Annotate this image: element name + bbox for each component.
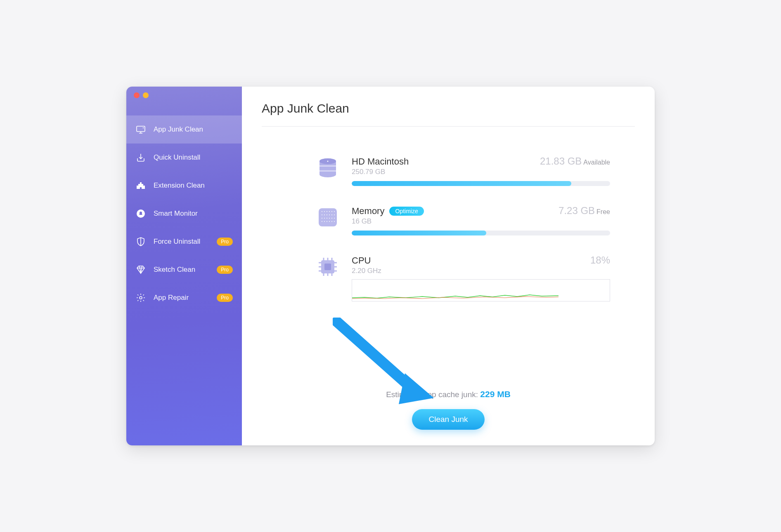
svg-point-21 bbox=[329, 214, 330, 215]
svg-point-23 bbox=[334, 214, 335, 215]
page-title: App Junk Clean bbox=[262, 101, 635, 115]
svg-point-26 bbox=[327, 218, 327, 219]
monitor-icon bbox=[135, 124, 146, 135]
svg-rect-9 bbox=[320, 170, 336, 172]
pro-badge: Pro bbox=[217, 294, 233, 302]
sidebar-item-smart-monitor[interactable]: Smart Monitor bbox=[126, 200, 242, 228]
memory-free-value: 7.23 GB bbox=[559, 205, 595, 216]
bell-icon bbox=[135, 208, 146, 219]
svg-point-27 bbox=[329, 218, 330, 219]
svg-point-32 bbox=[327, 221, 327, 222]
svg-point-30 bbox=[322, 221, 322, 222]
svg-point-1 bbox=[143, 127, 144, 128]
svg-point-3 bbox=[140, 297, 142, 299]
stats-section: HD Macintosh 250.79 GB 21.83 GBAvailable bbox=[262, 155, 635, 301]
svg-point-13 bbox=[324, 211, 325, 212]
svg-point-15 bbox=[329, 211, 330, 212]
svg-point-20 bbox=[327, 214, 327, 215]
cpu-title: CPU bbox=[352, 255, 381, 266]
sidebar-item-app-repair[interactable]: App Repair Pro bbox=[126, 284, 242, 312]
estimate-text: Estimated app cache junk: 229 MB bbox=[262, 389, 635, 399]
svg-point-28 bbox=[331, 218, 332, 219]
disk-row: HD Macintosh 250.79 GB 21.83 GBAvailable bbox=[315, 155, 610, 186]
window-controls bbox=[134, 92, 158, 98]
memory-row: Memory Optimize 16 GB 7.23 GBFree bbox=[315, 205, 610, 235]
memory-free: 7.23 GBFree bbox=[559, 205, 610, 217]
sidebar-item-label: Sketch Clean bbox=[154, 266, 195, 274]
sidebar-item-sketch-clean[interactable]: Sketch Clean Pro bbox=[126, 256, 242, 284]
disk-available-value: 21.83 GB bbox=[540, 155, 582, 167]
disk-title: HD Macintosh bbox=[352, 156, 409, 167]
svg-point-34 bbox=[331, 221, 332, 222]
svg-point-33 bbox=[329, 221, 330, 222]
clean-junk-button[interactable]: Clean Junk bbox=[412, 409, 484, 430]
sidebar-item-label: Quick Uninstall bbox=[154, 153, 200, 162]
cpu-icon bbox=[315, 254, 340, 279]
sidebar-item-label: Extension Clean bbox=[154, 181, 205, 190]
svg-point-25 bbox=[324, 218, 325, 219]
sidebar-item-label: Force Uninstall bbox=[154, 238, 200, 246]
download-icon bbox=[135, 152, 146, 163]
sidebar-item-label: Smart Monitor bbox=[154, 210, 198, 218]
gear-icon bbox=[135, 292, 146, 303]
svg-point-31 bbox=[324, 221, 325, 222]
maximize-window-button[interactable] bbox=[152, 92, 158, 98]
cpu-usage: 18% bbox=[590, 254, 610, 266]
svg-point-17 bbox=[334, 211, 335, 212]
svg-point-24 bbox=[322, 218, 322, 219]
cpu-row: CPU 2.20 GHz 18% bbox=[315, 254, 610, 301]
sidebar-item-force-uninstall[interactable]: Force Uninstall Pro bbox=[126, 228, 242, 256]
optimize-button[interactable]: Optimize bbox=[389, 207, 424, 216]
sidebar-item-quick-uninstall[interactable]: Quick Uninstall bbox=[126, 144, 242, 172]
svg-point-22 bbox=[331, 214, 332, 215]
pro-badge: Pro bbox=[217, 238, 233, 246]
sidebar-item-label: App Junk Clean bbox=[154, 125, 203, 134]
sidebar-item-label: App Repair bbox=[154, 294, 189, 302]
svg-point-6 bbox=[320, 172, 336, 177]
memory-title: Memory bbox=[352, 206, 384, 217]
memory-total: 16 GB bbox=[352, 217, 424, 226]
disk-available: 21.83 GBAvailable bbox=[540, 155, 610, 167]
sidebar: App Junk Clean Quick Uninstall Extension… bbox=[126, 87, 242, 445]
disk-icon bbox=[315, 155, 340, 180]
disk-total: 250.79 GB bbox=[352, 168, 409, 176]
svg-rect-11 bbox=[319, 208, 337, 226]
cpu-freq: 2.20 GHz bbox=[352, 267, 381, 275]
footer: Estimated app cache junk: 229 MB Clean J… bbox=[262, 389, 635, 434]
svg-point-10 bbox=[327, 161, 329, 162]
disk-available-unit: Available bbox=[583, 159, 610, 166]
svg-rect-0 bbox=[137, 126, 145, 132]
sidebar-item-app-junk-clean[interactable]: App Junk Clean bbox=[126, 115, 242, 144]
svg-point-12 bbox=[322, 211, 322, 212]
svg-point-29 bbox=[334, 218, 335, 219]
main-panel: App Junk Clean HD Macintosh 250.79 GB bbox=[242, 87, 655, 445]
puzzle-icon bbox=[135, 180, 146, 191]
svg-point-16 bbox=[331, 211, 332, 212]
estimate-value: 229 MB bbox=[480, 389, 511, 399]
svg-rect-37 bbox=[324, 264, 331, 270]
svg-point-19 bbox=[324, 214, 325, 215]
close-window-button[interactable] bbox=[134, 92, 140, 98]
svg-point-14 bbox=[327, 211, 327, 212]
svg-point-35 bbox=[334, 221, 335, 222]
memory-free-unit: Free bbox=[596, 208, 610, 215]
memory-bar bbox=[352, 231, 610, 235]
svg-point-18 bbox=[322, 214, 322, 215]
divider bbox=[262, 126, 635, 127]
minimize-window-button[interactable] bbox=[143, 92, 149, 98]
sidebar-item-extension-clean[interactable]: Extension Clean bbox=[126, 172, 242, 200]
memory-icon bbox=[315, 205, 340, 230]
svg-rect-8 bbox=[320, 165, 336, 167]
diamond-icon bbox=[135, 264, 146, 275]
estimate-prefix: Estimated app cache junk: bbox=[386, 390, 480, 399]
pro-badge: Pro bbox=[217, 266, 233, 274]
cpu-chart bbox=[352, 279, 610, 301]
app-window: App Junk Clean Quick Uninstall Extension… bbox=[126, 87, 655, 445]
disk-bar bbox=[352, 181, 610, 186]
shield-icon bbox=[135, 236, 146, 247]
